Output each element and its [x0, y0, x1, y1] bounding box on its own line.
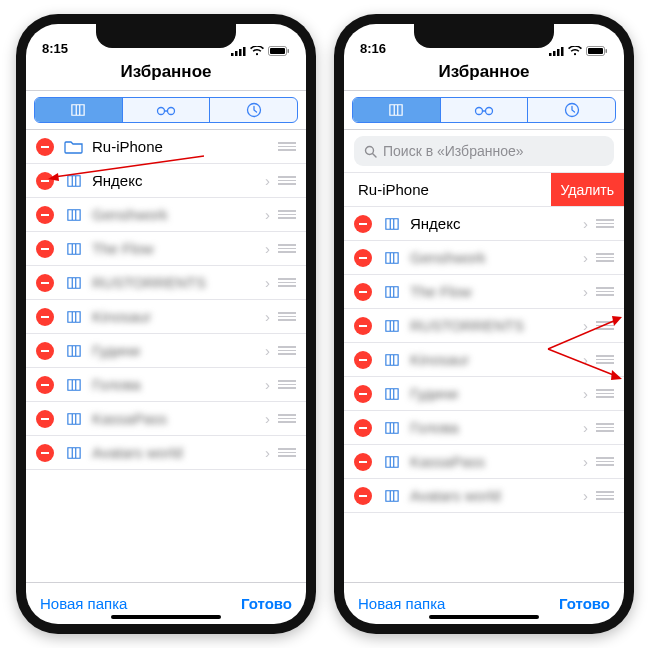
reorder-handle-icon[interactable]	[278, 142, 296, 151]
bookmark-icon	[64, 410, 84, 428]
delete-toggle-icon[interactable]	[354, 453, 372, 471]
new-folder-button[interactable]: Новая папка	[40, 595, 127, 612]
list-item[interactable]: Яндекс›	[26, 164, 306, 198]
svg-point-7	[158, 108, 165, 115]
tab-reading-list[interactable]	[122, 98, 210, 122]
delete-toggle-icon[interactable]	[354, 351, 372, 369]
reorder-handle-icon[interactable]	[596, 491, 614, 500]
list-item-label: Ru-iPhone	[92, 138, 278, 155]
done-button[interactable]: Готово	[559, 595, 610, 612]
tab-bookmarks[interactable]	[353, 98, 440, 122]
delete-toggle-icon[interactable]	[36, 308, 54, 326]
list-item-label: Гудини	[410, 385, 583, 402]
svg-rect-5	[270, 48, 285, 54]
svg-rect-17	[588, 48, 603, 54]
reorder-handle-icon[interactable]	[278, 414, 296, 423]
delete-toggle-icon[interactable]	[36, 172, 54, 190]
chevron-right-icon: ›	[265, 376, 270, 393]
bookmark-icon	[382, 351, 402, 369]
tab-history[interactable]	[527, 98, 615, 122]
reorder-handle-icon[interactable]	[596, 253, 614, 262]
delete-toggle-icon[interactable]	[36, 376, 54, 394]
segmented-control-wrap	[26, 91, 306, 130]
svg-rect-3	[243, 47, 246, 56]
list-item[interactable]: Avatars world›	[344, 479, 624, 513]
phone-right: 8:16 Избранное	[334, 14, 634, 634]
reorder-handle-icon[interactable]	[596, 321, 614, 330]
reorder-handle-icon[interactable]	[278, 176, 296, 185]
delete-toggle-icon[interactable]	[36, 138, 54, 156]
reorder-handle-icon[interactable]	[278, 448, 296, 457]
reorder-handle-icon[interactable]	[596, 457, 614, 466]
tab-bookmarks[interactable]	[35, 98, 122, 122]
signal-icon	[549, 46, 564, 56]
chevron-right-icon: ›	[265, 308, 270, 325]
list-item[interactable]: Яндекс›	[344, 207, 624, 241]
chevron-right-icon: ›	[265, 410, 270, 427]
list-item[interactable]: Kinosaur›	[344, 343, 624, 377]
list-item[interactable]: Avatars world›	[26, 436, 306, 470]
reorder-handle-icon[interactable]	[278, 346, 296, 355]
reorder-handle-icon[interactable]	[278, 380, 296, 389]
delete-toggle-icon[interactable]	[36, 444, 54, 462]
tab-history[interactable]	[209, 98, 297, 122]
home-indicator[interactable]	[429, 615, 539, 619]
reorder-handle-icon[interactable]	[596, 219, 614, 228]
delete-toggle-icon[interactable]	[354, 419, 372, 437]
delete-toggle-icon[interactable]	[354, 215, 372, 233]
delete-button[interactable]: Удалить	[551, 173, 624, 206]
list-item[interactable]: Genshwork›	[344, 241, 624, 275]
bookmark-list: Яндекс›Genshwork›The Flow›RUSTORRENTS›Ki…	[344, 207, 624, 582]
delete-toggle-icon[interactable]	[36, 206, 54, 224]
list-item[interactable]: Гудини›	[26, 334, 306, 368]
list-item[interactable]: KassaPass›	[344, 445, 624, 479]
tab-reading-list[interactable]	[440, 98, 528, 122]
list-item[interactable]: Гудини›	[344, 377, 624, 411]
bookmark-icon	[64, 274, 84, 292]
delete-toggle-icon[interactable]	[36, 342, 54, 360]
delete-toggle-icon[interactable]	[354, 249, 372, 267]
home-indicator[interactable]	[111, 615, 221, 619]
delete-toggle-icon[interactable]	[354, 283, 372, 301]
new-folder-button[interactable]: Новая папка	[358, 595, 445, 612]
delete-toggle-icon[interactable]	[36, 274, 54, 292]
list-item[interactable]: The Flow›	[344, 275, 624, 309]
list-item[interactable]: RUSTORRENTS›	[26, 266, 306, 300]
delete-toggle-icon[interactable]	[36, 410, 54, 428]
delete-toggle-icon[interactable]	[36, 240, 54, 258]
reorder-handle-icon[interactable]	[278, 244, 296, 253]
list-item[interactable]: Kinosaur›	[26, 300, 306, 334]
list-item[interactable]: Ru-iPhone	[26, 130, 306, 164]
list-item[interactable]: The Flow›	[26, 232, 306, 266]
delete-toggle-icon[interactable]	[354, 487, 372, 505]
list-item-label: RUSTORRENTS	[92, 274, 265, 291]
delete-toggle-icon[interactable]	[354, 317, 372, 335]
swiped-row[interactable]: Ru-iPhone Удалить	[344, 173, 624, 207]
reorder-handle-icon[interactable]	[596, 355, 614, 364]
chevron-right-icon: ›	[583, 283, 588, 300]
list-item-label: RUSTORRENTS	[410, 317, 583, 334]
bookmark-icon	[64, 376, 84, 394]
bookmark-icon	[382, 385, 402, 403]
delete-toggle-icon[interactable]	[354, 385, 372, 403]
search-input[interactable]: Поиск в «Избранное»	[354, 136, 614, 166]
list-item[interactable]: RUSTORRENTS›	[344, 309, 624, 343]
reorder-handle-icon[interactable]	[278, 278, 296, 287]
reorder-handle-icon[interactable]	[596, 389, 614, 398]
nav-bar: Избранное	[26, 58, 306, 91]
list-item[interactable]: Голова›	[26, 368, 306, 402]
status-time: 8:15	[42, 41, 68, 56]
bookmark-icon	[64, 206, 84, 224]
list-item[interactable]: Голова›	[344, 411, 624, 445]
list-item[interactable]: Genshwork›	[26, 198, 306, 232]
svg-rect-0	[231, 53, 234, 56]
bookmark-icon	[64, 342, 84, 360]
svg-line-23	[373, 153, 377, 157]
done-button[interactable]: Готово	[241, 595, 292, 612]
reorder-handle-icon[interactable]	[596, 287, 614, 296]
reorder-handle-icon[interactable]	[278, 312, 296, 321]
reorder-handle-icon[interactable]	[278, 210, 296, 219]
reorder-handle-icon[interactable]	[596, 423, 614, 432]
list-item[interactable]: KassaPass›	[26, 402, 306, 436]
bookmark-icon	[64, 240, 84, 258]
